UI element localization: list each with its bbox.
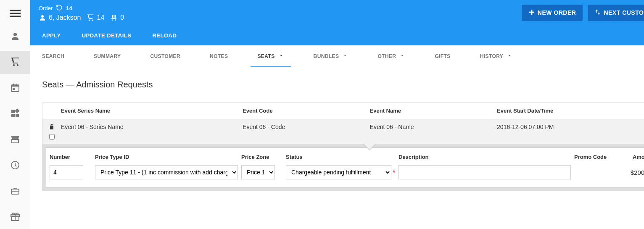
tab-notes[interactable]: NOTES — [210, 45, 228, 67]
th-status: Status — [286, 154, 395, 160]
calendar-icon — [10, 83, 20, 94]
hamburger-icon — [10, 8, 21, 20]
chevron-down-icon — [342, 53, 348, 60]
action-update-details[interactable]: UPDATE DETAILS — [82, 32, 132, 39]
order-label: Order — [39, 5, 53, 11]
tab-label: BUNDLES — [314, 53, 339, 59]
event-panel: Event Series Name Event Code Event Name … — [42, 102, 644, 191]
clock-icon — [10, 160, 20, 171]
tab-label: SEARCH — [42, 53, 64, 59]
svg-rect-8 — [13, 84, 14, 85]
chevron-down-icon — [399, 53, 405, 60]
new-order-button[interactable]: NEW ORDER — [522, 5, 583, 21]
widgets-icon — [10, 108, 20, 120]
svg-rect-1 — [10, 13, 21, 14]
tab-other[interactable]: OTHER — [377, 45, 405, 67]
th-code: Event Code — [243, 108, 370, 114]
sidebar-item-person[interactable] — [0, 25, 30, 48]
tab-label: SUMMARY — [94, 53, 121, 59]
th-name: Event Name — [370, 108, 497, 114]
plus-icon — [528, 9, 535, 17]
tab-gifts[interactable]: GIFTS — [435, 45, 450, 67]
sidebar-item-gift[interactable] — [0, 206, 30, 229]
tab-history[interactable]: HISTORY — [480, 45, 512, 67]
chevron-down-icon — [278, 53, 284, 60]
cart-icon — [10, 57, 20, 68]
sidebar-item-store[interactable] — [0, 128, 30, 151]
tab-label: CUSTOMER — [150, 53, 180, 59]
th-description: Description — [399, 154, 571, 160]
th-number: Number — [50, 154, 92, 160]
person-icon — [10, 31, 20, 42]
svg-point-3 — [13, 33, 17, 36]
cell-start: 2016-12-06 07:00 PM — [497, 124, 644, 130]
tab-bundles[interactable]: BUNDLES — [314, 45, 348, 67]
th-amount: Amount — [620, 154, 644, 160]
swap-icon — [594, 9, 601, 17]
actionbar: APPLY UPDATE DETAILS RELOAD — [30, 25, 644, 45]
tab-label: SEATS — [257, 53, 274, 59]
th-series: Event Series Name — [61, 108, 243, 114]
tab-label: OTHER — [377, 53, 396, 59]
cart-count: 14 — [97, 14, 104, 21]
tab-search[interactable]: SEARCH — [42, 45, 64, 67]
price-zone-select[interactable]: Price 1 — [241, 165, 275, 179]
sidebar-item-cart[interactable] — [0, 51, 30, 74]
svg-rect-18 — [11, 191, 19, 192]
order-number: 14 — [66, 5, 72, 11]
gift-icon — [10, 212, 20, 223]
price-type-select[interactable]: Price Type 11 - (1 inc commission with a… — [95, 165, 238, 179]
svg-point-23 — [89, 19, 90, 21]
th-promo: Promo Code — [574, 154, 616, 160]
cart-icon — [87, 14, 94, 21]
status-select[interactable]: Chargeable pending fulfillment — [286, 165, 391, 179]
sidebar-item-history[interactable] — [0, 154, 30, 177]
seat-count: 0 — [120, 14, 124, 21]
svg-rect-9 — [16, 84, 17, 85]
next-customer-button[interactable]: NEXT CUSTOMER — [588, 5, 644, 21]
person-icon — [39, 14, 46, 21]
row-select-checkbox[interactable] — [49, 134, 55, 140]
required-marker: * — [393, 169, 395, 176]
topbar: Order 14 6, Jackson — [30, 0, 644, 25]
sidebar-item-giftcard[interactable] — [0, 180, 30, 203]
sidebar-item-calendar[interactable] — [0, 76, 30, 100]
sidebar — [0, 0, 30, 229]
next-customer-label: NEXT CUSTOMER — [604, 9, 644, 16]
svg-point-4 — [13, 64, 15, 66]
event-row: Event 06 - Series Name Event 06 - Code E… — [42, 119, 644, 144]
svg-rect-2 — [10, 16, 21, 17]
svg-rect-11 — [11, 110, 15, 113]
action-reload[interactable]: RELOAD — [152, 32, 177, 39]
refresh-icon[interactable] — [56, 4, 63, 12]
svg-point-22 — [41, 15, 44, 18]
chevron-down-icon — [507, 53, 512, 60]
svg-rect-7 — [11, 85, 19, 87]
sidebar-item-widgets[interactable] — [0, 103, 30, 126]
svg-rect-14 — [15, 108, 19, 113]
svg-point-24 — [92, 19, 93, 21]
detail-panel: Number Price Type ID Price Zone Status D… — [46, 147, 644, 187]
number-input[interactable] — [50, 165, 83, 179]
tab-summary[interactable]: SUMMARY — [94, 45, 121, 67]
svg-rect-15 — [12, 140, 18, 143]
svg-rect-26 — [529, 11, 534, 13]
cell-code: Event 06 - Code — [243, 124, 370, 130]
delete-icon[interactable] — [48, 124, 55, 132]
action-apply[interactable]: APPLY — [42, 32, 61, 39]
menu-toggle[interactable] — [0, 6, 30, 23]
th-price-zone: Price Zone — [241, 154, 282, 160]
tab-label: NOTES — [210, 53, 228, 59]
tab-label: GIFTS — [435, 53, 450, 59]
th-price-type: Price Type ID — [95, 154, 238, 160]
tab-customer[interactable]: CUSTOMER — [150, 45, 180, 67]
tab-seats[interactable]: SEATS — [257, 45, 284, 67]
th-start: Event Start Date/Time — [497, 108, 644, 114]
customer-name: 6, Jackson — [49, 14, 81, 21]
description-input[interactable] — [399, 165, 571, 179]
page-title: Seats — Admission Requests — [42, 80, 644, 89]
cell-series: Event 06 - Series Name — [61, 124, 243, 130]
amount-cell: $200.00 — [620, 169, 644, 176]
svg-rect-12 — [11, 114, 15, 117]
new-order-label: NEW ORDER — [538, 9, 576, 16]
